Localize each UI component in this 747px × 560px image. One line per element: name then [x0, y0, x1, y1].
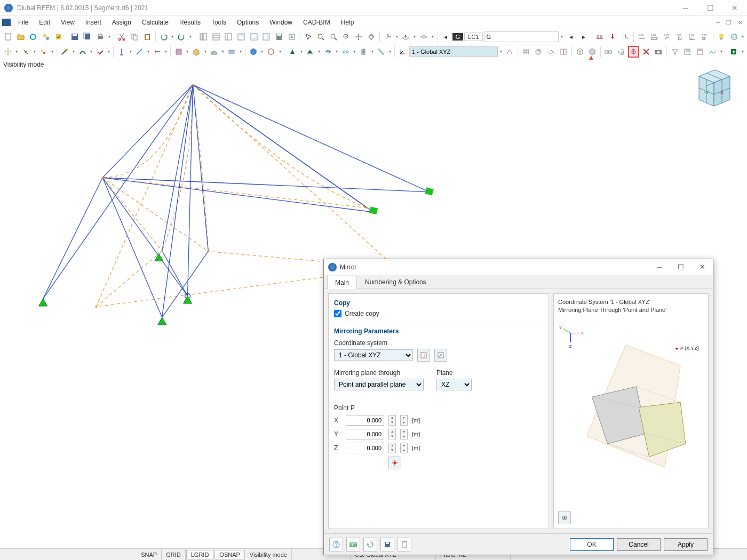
section-result-icon[interactable]: [706, 46, 718, 58]
surface-1-icon[interactable]: [173, 46, 184, 58]
cs-edit-button[interactable]: [434, 349, 447, 362]
menu-edit[interactable]: Edit: [34, 17, 55, 28]
view-axes-icon[interactable]: [382, 31, 394, 43]
sb-snap[interactable]: SNAP: [137, 549, 162, 560]
refresh-icon[interactable]: [27, 31, 39, 43]
z-input[interactable]: [346, 443, 384, 453]
line-1-icon[interactable]: [59, 46, 70, 58]
rotate-copy-icon[interactable]: [615, 46, 626, 58]
subwin-restore[interactable]: ❐: [724, 18, 734, 27]
x-input[interactable]: [346, 415, 384, 426]
save-all-icon[interactable]: [82, 31, 93, 43]
menu-window[interactable]: Window: [264, 17, 298, 28]
tab-main[interactable]: Main: [327, 276, 357, 289]
menu-view[interactable]: View: [55, 17, 80, 28]
display-opts-icon[interactable]: [728, 46, 740, 58]
dialog-titlebar[interactable]: Mirror ─ ☐ ✕: [324, 259, 713, 275]
paste-icon[interactable]: [141, 31, 153, 43]
delete-x-icon[interactable]: [640, 46, 651, 58]
lightbulb-icon[interactable]: [716, 31, 727, 43]
cut-icon[interactable]: [116, 31, 128, 43]
export-icon[interactable]: [286, 31, 298, 43]
z-spinner[interactable]: ▲▼: [388, 443, 396, 453]
subwin-minimize[interactable]: ─: [713, 18, 722, 27]
view-cube[interactable]: X -Y: [683, 63, 736, 116]
cube-view-icon[interactable]: [728, 31, 740, 43]
print-icon[interactable]: [94, 31, 106, 43]
cancel-button[interactable]: Cancel: [617, 538, 661, 551]
new-file-icon[interactable]: [2, 31, 14, 43]
coord-system-combo[interactable]: [409, 46, 498, 57]
menu-file[interactable]: File: [13, 17, 34, 28]
pan-icon[interactable]: [353, 31, 365, 43]
y-stepper[interactable]: ▸▸: [400, 429, 408, 439]
redo-icon[interactable]: [176, 31, 187, 43]
filter-1-icon[interactable]: [669, 46, 680, 58]
close-button[interactable]: ✕: [722, 0, 747, 16]
sb-lgrid[interactable]: LGRID: [186, 550, 214, 559]
solid-2-icon[interactable]: [265, 46, 276, 58]
dim-xxx-3-icon[interactable]: x.xx: [661, 31, 673, 43]
copy-icon[interactable]: [129, 31, 140, 43]
plane-combo[interactable]: XZ: [436, 379, 472, 390]
y-input[interactable]: [346, 429, 384, 439]
dialog-close[interactable]: ✕: [692, 259, 713, 275]
cs-axes-icon[interactable]: [397, 46, 408, 58]
sb-grid[interactable]: GRID: [162, 549, 186, 560]
grid-3-icon[interactable]: [545, 46, 557, 58]
mirror-icon[interactable]: [628, 46, 640, 58]
vis-wireframe-icon[interactable]: [574, 46, 585, 58]
node-star-1-icon[interactable]: [2, 46, 13, 58]
lc-nav-prev-icon[interactable]: ◂: [440, 31, 451, 43]
select-icon[interactable]: [303, 31, 314, 43]
cs-tool-icon[interactable]: [504, 46, 515, 58]
create-copy-checkbox[interactable]: [334, 310, 341, 317]
dialog-maximize[interactable]: ☐: [670, 259, 692, 275]
filter-2-icon[interactable]: [681, 46, 693, 58]
zoom-extents-icon[interactable]: [315, 31, 327, 43]
results-table-icon[interactable]: [222, 31, 234, 43]
member-1-icon[interactable]: [116, 46, 127, 58]
tab-numbering[interactable]: Numbering & Options: [357, 275, 434, 289]
save-icon[interactable]: [69, 31, 81, 43]
cs-dd[interactable]: ▾: [499, 49, 503, 54]
reset-button[interactable]: [363, 538, 377, 551]
dialog-minimize[interactable]: ─: [649, 259, 670, 275]
units-button[interactable]: 0.00: [346, 538, 360, 551]
maximize-button[interactable]: ☐: [698, 0, 722, 16]
panel-1-icon[interactable]: [235, 31, 247, 43]
open-file-icon[interactable]: [15, 31, 27, 43]
support-1-icon[interactable]: [287, 46, 298, 58]
load-point-icon[interactable]: [607, 31, 618, 43]
lc-nav-right-icon[interactable]: ▸: [578, 31, 590, 43]
grid-2-icon[interactable]: [533, 46, 544, 58]
menu-assign[interactable]: Assign: [107, 17, 137, 28]
y-spinner[interactable]: ▲▼: [388, 429, 396, 439]
load-remove-icon[interactable]: [619, 31, 631, 43]
calculator-icon[interactable]: [273, 31, 285, 43]
plane-through-combo[interactable]: Point and parallel plane: [334, 379, 424, 390]
preview-options-button[interactable]: [558, 511, 571, 524]
grid-axes-icon[interactable]: [400, 31, 412, 43]
dim-xxx-2-icon[interactable]: x.xx: [648, 31, 660, 43]
undo-icon[interactable]: [158, 31, 170, 43]
surface-2-icon[interactable]: [190, 46, 202, 58]
filter-3-icon[interactable]: [694, 46, 705, 58]
hinge-1-icon[interactable]: [322, 46, 333, 58]
dim-xxx-5-icon[interactable]: x.xx: [687, 31, 698, 43]
menu-cadbim[interactable]: CAD-BIM: [298, 17, 336, 28]
x-stepper[interactable]: ▸▸: [400, 415, 408, 426]
node-star-2-icon[interactable]: [20, 46, 31, 58]
line-2-icon[interactable]: [77, 46, 88, 58]
surface-4-icon[interactable]: [226, 46, 237, 58]
move-copy-icon[interactable]: [603, 46, 614, 58]
rigid-link-icon[interactable]: [376, 46, 387, 58]
zoom-prev-icon[interactable]: [340, 31, 352, 43]
zoom-window-icon[interactable]: [328, 31, 339, 43]
load-case-combo[interactable]: [484, 31, 559, 42]
grid-dropdown[interactable]: ▾: [412, 34, 417, 39]
menu-insert[interactable]: Insert: [80, 17, 107, 28]
view-dropdown[interactable]: ▾: [395, 34, 399, 39]
dim-xxx-6-icon[interactable]: x.xx: [699, 31, 711, 43]
hinge-2-icon[interactable]: [340, 46, 351, 58]
